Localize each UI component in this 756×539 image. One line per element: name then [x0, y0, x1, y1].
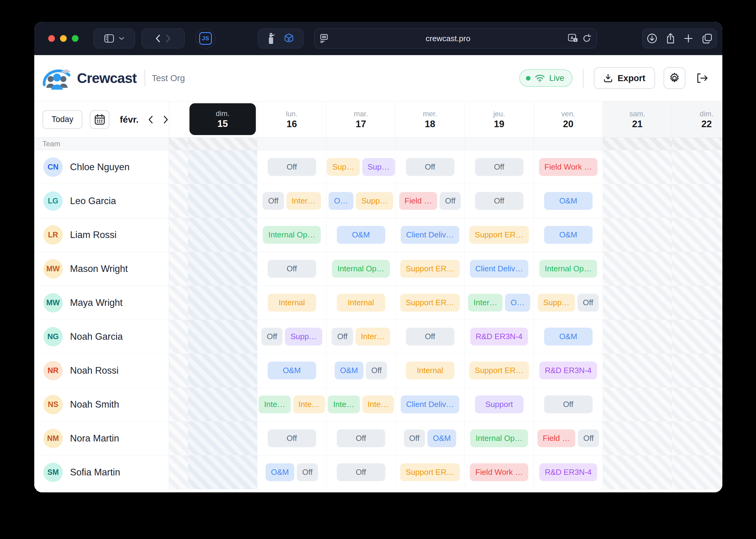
schedule-cell[interactable]: Off [396, 320, 465, 353]
schedule-cell[interactable] [188, 184, 257, 218]
shift-chip[interactable]: Support ER… [400, 294, 459, 312]
shift-chip[interactable]: R&D ER3N-4 [539, 361, 597, 379]
member-name-cell[interactable]: LRLiam Rossi [34, 218, 169, 252]
js-extension-button[interactable]: JS [196, 29, 216, 48]
shift-chip[interactable]: Off [262, 192, 284, 210]
shift-chip[interactable]: Off [337, 429, 385, 447]
schedule-cell[interactable]: Off [257, 150, 327, 184]
shift-chip[interactable]: Off [475, 158, 523, 176]
member-name-cell[interactable]: NSNoah Smith [34, 388, 169, 421]
member-name-cell[interactable]: CNChloe Nguyen [34, 150, 169, 184]
schedule-cell[interactable]: Support [465, 388, 534, 421]
schedule-cell[interactable]: Internal Op… [327, 252, 396, 285]
schedule-cell[interactable] [672, 354, 722, 387]
schedule-cell[interactable]: Internal [396, 354, 465, 387]
logout-button[interactable] [692, 67, 713, 89]
schedule-cell[interactable]: Support ER… [396, 286, 465, 320]
shift-chip[interactable]: Inte… [328, 396, 359, 413]
schedule-cell[interactable]: O&M [257, 354, 327, 387]
tab-overview-icon[interactable] [702, 33, 712, 43]
shift-chip[interactable]: Inter… [286, 192, 321, 210]
shift-chip[interactable]: O&M [337, 226, 385, 244]
shift-chip[interactable]: Inte… [362, 396, 394, 413]
sidebar-toggle-group[interactable] [94, 29, 135, 48]
schedule-cell[interactable] [188, 218, 257, 252]
schedule-cell[interactable]: Field Work … [465, 455, 534, 489]
schedule-cell[interactable] [188, 354, 257, 387]
shift-chip[interactable]: O&M [427, 429, 456, 447]
shift-chip[interactable]: Support ER… [469, 226, 529, 244]
schedule-cell[interactable]: Support ER… [396, 455, 465, 489]
reload-icon[interactable] [583, 34, 591, 43]
schedule-cell[interactable] [672, 388, 722, 421]
shift-chip[interactable]: Supp… [538, 294, 575, 312]
day-header[interactable]: mer.18 [396, 102, 465, 137]
schedule-cell[interactable] [603, 388, 672, 421]
member-name-cell[interactable]: NRNoah Rossi [34, 354, 169, 387]
schedule-cell[interactable]: Client Deliv… [465, 252, 534, 285]
schedule-cell[interactable]: Field Work … [534, 150, 603, 184]
shift-chip[interactable]: O&M [268, 361, 316, 379]
shift-chip[interactable]: Internal Op… [539, 260, 597, 278]
schedule-cell[interactable]: Support ER… [396, 252, 465, 285]
schedule-cell[interactable]: Off [327, 422, 396, 455]
shift-chip[interactable]: Inte… [258, 396, 290, 413]
shift-chip[interactable]: Sup… [362, 158, 395, 176]
settings-button[interactable] [664, 67, 685, 89]
day-header[interactable]: ven.20 [534, 102, 603, 137]
shift-chip[interactable]: Client Deliv… [470, 260, 529, 278]
schedule-cell[interactable] [188, 455, 257, 489]
schedule-cell[interactable]: R&D ER3N-4 [534, 455, 603, 489]
shift-chip[interactable]: Off [577, 294, 599, 312]
schedule-cell[interactable]: O&MOff [327, 354, 396, 387]
schedule-cell[interactable]: Supp…Off [534, 286, 603, 320]
close-window-button[interactable] [48, 35, 55, 42]
day-header[interactable]: mar.17 [327, 102, 396, 137]
shift-chip[interactable]: Off [404, 429, 425, 447]
schedule-cell[interactable] [672, 320, 722, 353]
shift-chip[interactable]: Field … [537, 429, 576, 447]
shift-chip[interactable]: R&D ER3N-4 [470, 328, 528, 346]
schedule-cell[interactable] [603, 150, 672, 184]
shift-chip[interactable]: Inte… [293, 396, 325, 413]
shift-chip[interactable]: Client Deliv… [401, 396, 459, 413]
shift-chip[interactable]: O&M [544, 328, 593, 346]
shift-chip[interactable]: Internal Op… [470, 429, 528, 447]
schedule-cell[interactable]: Off [327, 455, 396, 489]
schedule-cell[interactable]: O&M [534, 218, 603, 252]
shift-chip[interactable]: Off [261, 328, 283, 346]
schedule-cell[interactable] [672, 150, 722, 184]
chevron-down-icon[interactable] [119, 37, 124, 40]
schedule-cell[interactable]: Support ER… [465, 218, 534, 252]
schedule-cell[interactable]: O&M [534, 320, 603, 353]
shift-chip[interactable]: Off [406, 328, 454, 346]
schedule-cell[interactable]: Internal [257, 286, 327, 320]
address-bar[interactable]: crewcast.pro A ✕ [314, 29, 597, 48]
back-button[interactable] [155, 34, 161, 43]
schedule-cell[interactable] [672, 286, 722, 320]
schedule-cell[interactable]: Inte…Inte… [327, 388, 396, 421]
member-name-cell[interactable]: MWMaya Wright [34, 286, 169, 320]
schedule-cell[interactable]: O…Supp… [327, 184, 396, 218]
shift-chip[interactable]: Off [544, 396, 593, 413]
schedule-cell[interactable]: Field …Off [534, 422, 603, 455]
shift-chip[interactable]: Off [406, 158, 454, 176]
shift-chip[interactable]: Off [268, 429, 316, 447]
shift-chip[interactable]: Off [439, 192, 461, 210]
schedule-cell[interactable]: O&MOff [257, 455, 327, 489]
next-week-button[interactable] [163, 115, 169, 124]
shift-chip[interactable]: Internal Op… [332, 260, 390, 278]
schedule-cell[interactable]: Off [465, 150, 534, 184]
schedule-cell[interactable] [603, 286, 672, 320]
shift-chip[interactable]: Off [297, 463, 318, 481]
schedule-cell[interactable]: Off [257, 252, 327, 285]
schedule-cell[interactable]: Off [257, 422, 327, 455]
schedule-cell[interactable] [603, 422, 672, 455]
schedule-cell[interactable] [672, 252, 722, 285]
shift-chip[interactable]: Off [268, 260, 316, 278]
forward-button[interactable] [165, 34, 171, 43]
schedule-cell[interactable] [188, 388, 257, 421]
new-tab-icon[interactable] [684, 34, 693, 43]
schedule-cell[interactable]: Field …Off [396, 184, 465, 218]
member-name-cell[interactable]: LGLeo Garcia [34, 184, 169, 218]
